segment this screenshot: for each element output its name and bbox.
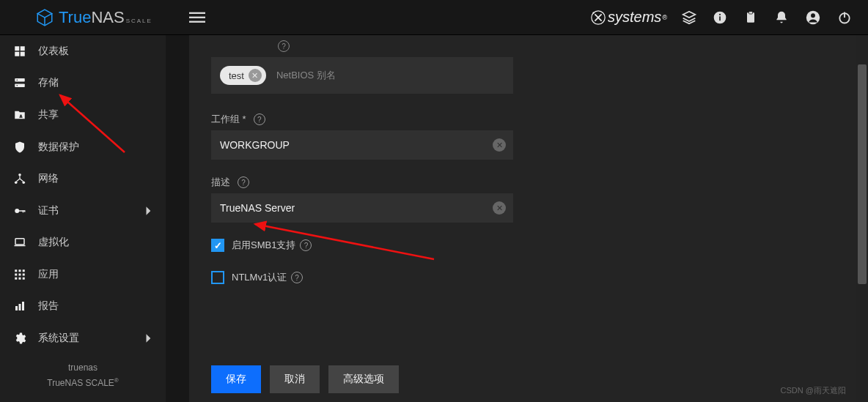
footer-product: TrueNAS SCALE® [0, 376, 166, 392]
laptop-icon [13, 236, 38, 249]
sidebar-item-system[interactable]: 系统设置 [0, 322, 166, 354]
svg-rect-3 [189, 16, 205, 18]
clipboard-icon[interactable] [743, 10, 758, 25]
svg-rect-2 [189, 12, 205, 13]
sidebar-item-label: 虚拟化 [38, 236, 152, 249]
key-icon [13, 204, 38, 217]
chart-icon [13, 299, 38, 313]
clear-icon[interactable]: ✕ [493, 201, 506, 215]
clear-icon[interactable]: ✕ [493, 138, 506, 152]
network-icon [13, 172, 38, 185]
svg-rect-11 [749, 11, 753, 13]
sidebar-item-virtualization[interactable]: 虚拟化 [0, 226, 166, 258]
help-icon[interactable]: ? [238, 176, 249, 188]
svg-point-23 [17, 85, 18, 86]
svg-rect-38 [19, 273, 21, 275]
svg-rect-31 [24, 210, 26, 212]
sidebar-item-label: 证书 [38, 204, 145, 217]
info-icon[interactable] [713, 10, 727, 25]
sidebar-footer: truenas TrueNAS SCALE® [0, 354, 166, 402]
workgroup-input[interactable] [211, 130, 513, 160]
brand-nas: NAS [91, 8, 124, 27]
smb1-checkbox[interactable] [211, 239, 224, 252]
scrollbar[interactable] [856, 35, 868, 402]
ixsystems-logo[interactable]: systems® [590, 9, 667, 26]
help-icon[interactable]: ? [291, 272, 303, 283]
description-field: 描述 ? ✕ [211, 176, 840, 223]
ix-text: systems [608, 9, 661, 26]
main-content: NetBIOS 别名 ? test ✕ NetBIOS 别名 工作组 * ? [166, 35, 868, 402]
sidebar-item-label: 共享 [38, 108, 152, 122]
cancel-button[interactable]: 取消 [270, 365, 320, 393]
svg-point-22 [17, 80, 18, 81]
folder-shared-icon [13, 108, 38, 122]
svg-rect-42 [23, 278, 25, 280]
help-icon[interactable]: ? [300, 239, 312, 251]
brand-true: True [59, 8, 91, 27]
svg-point-28 [15, 209, 19, 213]
sidebar: 仪表板 存储 共享 数据保护 网络 证书 虚拟化 应用 [0, 35, 166, 402]
sidebar-item-credentials[interactable]: 证书 [0, 195, 166, 227]
svg-rect-37 [15, 273, 17, 275]
svg-rect-30 [23, 210, 24, 212]
smb1-label: 启用SMB1支持 [232, 239, 295, 252]
chip-remove-icon[interactable]: ✕ [249, 69, 262, 82]
svg-rect-21 [15, 84, 25, 88]
menu-toggle-icon[interactable] [189, 10, 205, 26]
scrollbar-thumb[interactable] [858, 64, 867, 284]
sidebar-item-label: 系统设置 [38, 332, 145, 345]
svg-rect-32 [15, 239, 24, 245]
smb1-row: 启用SMB1支持 ? [211, 239, 840, 252]
sidebar-item-label: 仪表板 [38, 45, 152, 58]
sidebar-item-dashboard[interactable]: 仪表板 [0, 35, 166, 67]
svg-rect-45 [22, 302, 24, 310]
svg-marker-0 [37, 10, 52, 18]
brand-logo[interactable]: TrueNAS SCALE [7, 8, 152, 27]
svg-rect-43 [15, 306, 18, 310]
svg-point-9 [719, 13, 721, 15]
ntlm-label: NTLMv1认证 [232, 271, 287, 284]
dashboard-icon [13, 45, 38, 58]
svg-rect-36 [23, 269, 25, 272]
chip-text: test [229, 70, 244, 81]
power-icon[interactable] [837, 10, 852, 25]
svg-rect-41 [19, 278, 21, 280]
shield-icon [13, 141, 38, 154]
help-icon[interactable]: ? [254, 113, 265, 125]
workgroup-label: 工作组 * [211, 113, 246, 126]
button-row: 保存 取消 高级选项 [211, 365, 399, 393]
ntlm-checkbox[interactable] [211, 271, 224, 284]
svg-point-25 [18, 174, 21, 176]
sidebar-item-apps[interactable]: 应用 [0, 258, 166, 291]
svg-rect-40 [15, 278, 17, 280]
help-icon[interactable]: ? [278, 40, 290, 52]
description-label: 描述 [211, 176, 230, 189]
sidebar-item-storage[interactable]: 存储 [0, 67, 166, 100]
svg-rect-16 [15, 46, 19, 51]
sidebar-item-label: 数据保护 [38, 141, 152, 154]
svg-point-13 [811, 13, 815, 18]
sidebar-item-label: 存储 [38, 76, 152, 89]
svg-rect-19 [21, 52, 25, 56]
netbios-alias-input[interactable]: test ✕ NetBIOS 别名 [211, 57, 513, 94]
svg-rect-29 [19, 210, 25, 212]
topbar-actions [682, 10, 852, 26]
layers-icon[interactable] [682, 10, 696, 25]
svg-rect-4 [189, 21, 205, 22]
apps-icon [13, 268, 38, 281]
storage-icon [13, 76, 38, 89]
sidebar-item-reporting[interactable]: 报告 [0, 291, 166, 323]
sidebar-item-dataprotection[interactable]: 数据保护 [0, 131, 166, 163]
sidebar-item-shares[interactable]: 共享 [0, 99, 166, 131]
ntlm-row: NTLMv1认证 ? [211, 271, 840, 284]
sidebar-item-network[interactable]: 网络 [0, 163, 166, 195]
logo-cube-icon [35, 8, 54, 27]
save-button[interactable]: 保存 [211, 365, 261, 393]
svg-rect-33 [15, 245, 26, 247]
bell-icon[interactable] [774, 10, 789, 25]
description-input[interactable] [211, 193, 513, 223]
advanced-button[interactable]: 高级选项 [328, 365, 399, 393]
chevron-right-icon [145, 333, 152, 343]
account-icon[interactable] [805, 10, 821, 26]
svg-rect-18 [15, 52, 19, 56]
